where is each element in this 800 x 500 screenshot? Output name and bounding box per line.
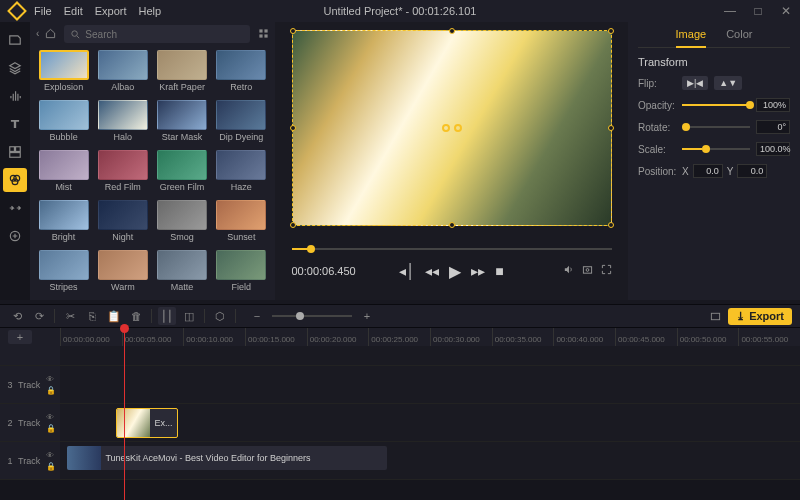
delete-button[interactable]: 🗑 [127, 307, 145, 325]
sidebar-elements[interactable] [3, 224, 27, 248]
effect-item[interactable]: Explosion [36, 50, 91, 96]
sidebar-templates[interactable] [3, 140, 27, 164]
prev-frame-icon[interactable]: ◂◂ [425, 263, 439, 279]
timeline-clip[interactable]: TunesKit AceMovi - Best Video Editor for… [67, 446, 387, 470]
effect-item[interactable]: Dip Dyeing [214, 100, 269, 146]
sidebar-audio[interactable] [3, 84, 27, 108]
effect-item[interactable]: Kraft Paper [155, 50, 210, 96]
handle-bot-center[interactable] [449, 222, 455, 228]
menu-help[interactable]: Help [139, 5, 162, 17]
effect-label: Halo [98, 132, 148, 142]
preview-scrubber[interactable] [292, 244, 612, 254]
effect-item[interactable]: Warm [95, 250, 150, 296]
effect-thumbnail [39, 250, 89, 280]
visibility-icon[interactable]: 👁 [46, 451, 56, 460]
home-icon[interactable] [45, 28, 56, 41]
handle-mid-right[interactable] [608, 125, 614, 131]
track-body[interactable]: Ex... [60, 404, 800, 441]
scale-slider[interactable] [682, 148, 750, 150]
effect-item[interactable]: Matte [155, 250, 210, 296]
effect-item[interactable]: Sunset [214, 200, 269, 246]
cut-button[interactable]: ✂ [61, 307, 79, 325]
scale-value[interactable]: 100.0% [756, 142, 790, 156]
menu-edit[interactable]: Edit [64, 5, 83, 17]
effect-item[interactable]: Halo [95, 100, 150, 146]
position-x-value[interactable]: 0.0 [693, 164, 723, 178]
redo-button[interactable]: ⟳ [30, 307, 48, 325]
stop-icon[interactable]: ■ [495, 263, 503, 279]
copy-button[interactable]: ⎘ [83, 307, 101, 325]
close-button[interactable]: ✕ [776, 4, 796, 18]
lock-icon[interactable]: 🔒 [46, 424, 56, 433]
center-handle[interactable] [442, 124, 462, 132]
preview-canvas[interactable] [292, 30, 612, 226]
timeline-ruler[interactable]: + 00:00:00.00000:00:05.00000:00:10.00000… [0, 328, 800, 346]
sidebar-text[interactable] [3, 112, 27, 136]
sidebar-media[interactable] [3, 28, 27, 52]
play-icon[interactable]: ▶ [449, 262, 461, 281]
position-y-value[interactable]: 0.0 [737, 164, 767, 178]
effect-item[interactable]: Mist [36, 150, 91, 196]
playhead[interactable] [124, 328, 125, 500]
handle-mid-left[interactable] [290, 125, 296, 131]
track-body[interactable]: TunesKit AceMovi - Best Video Editor for… [60, 442, 800, 479]
visibility-icon[interactable]: 👁 [46, 413, 56, 422]
effect-item[interactable]: Star Mask [155, 100, 210, 146]
minimize-button[interactable]: — [720, 4, 740, 18]
add-track-button[interactable]: + [8, 330, 32, 344]
effect-item[interactable]: Stripes [36, 250, 91, 296]
lock-icon[interactable]: 🔒 [46, 386, 56, 395]
zoom-in-button[interactable]: + [358, 307, 376, 325]
jump-start-icon[interactable]: ◂│ [399, 263, 415, 279]
effect-item[interactable]: Haze [214, 150, 269, 196]
split-button[interactable]: ⎮⎮ [158, 307, 176, 325]
effect-item[interactable]: Smog [155, 200, 210, 246]
effect-item[interactable]: Night [95, 200, 150, 246]
lock-icon[interactable]: 🔒 [46, 462, 56, 471]
effect-item[interactable]: Field [214, 250, 269, 296]
maximize-button[interactable]: □ [748, 4, 768, 18]
zoom-out-button[interactable]: − [248, 307, 266, 325]
sidebar-layers[interactable] [3, 56, 27, 80]
rotate-slider[interactable] [682, 126, 750, 128]
undo-button[interactable]: ⟲ [8, 307, 26, 325]
next-frame-icon[interactable]: ▸▸ [471, 263, 485, 279]
effect-item[interactable]: Bright [36, 200, 91, 246]
effect-item[interactable]: Red Film [95, 150, 150, 196]
export-button[interactable]: ⤓Export [728, 308, 792, 325]
handle-bot-right[interactable] [608, 222, 614, 228]
crop-button[interactable]: ◫ [180, 307, 198, 325]
effect-item[interactable]: Green Film [155, 150, 210, 196]
render-button[interactable] [706, 307, 724, 325]
effect-item[interactable]: Albao [95, 50, 150, 96]
tab-image[interactable]: Image [676, 28, 707, 48]
back-icon[interactable]: ‹ [36, 28, 39, 41]
handle-bot-left[interactable] [290, 222, 296, 228]
rotate-value[interactable]: 0° [756, 120, 790, 134]
menu-export[interactable]: Export [95, 5, 127, 17]
handle-top-left[interactable] [290, 28, 296, 34]
flip-horizontal-button[interactable]: ▶|◀ [682, 76, 708, 90]
menu-file[interactable]: File [34, 5, 52, 17]
zoom-slider[interactable] [272, 315, 352, 317]
search-field[interactable] [64, 25, 250, 43]
marker-button[interactable]: ⬡ [211, 307, 229, 325]
search-input[interactable] [85, 29, 244, 40]
opacity-slider[interactable] [682, 104, 750, 106]
volume-icon[interactable] [563, 264, 574, 278]
handle-top-center[interactable] [449, 28, 455, 34]
visibility-icon[interactable]: 👁 [46, 375, 56, 384]
opacity-value[interactable]: 100% [756, 98, 790, 112]
effect-item[interactable]: Retro [214, 50, 269, 96]
fullscreen-icon[interactable] [601, 264, 612, 278]
paste-button[interactable]: 📋 [105, 307, 123, 325]
handle-top-right[interactable] [608, 28, 614, 34]
flip-vertical-button[interactable]: ▲▼ [714, 76, 742, 90]
sidebar-filters[interactable] [3, 168, 27, 192]
grid-view-icon[interactable] [258, 28, 269, 41]
track-body[interactable] [60, 366, 800, 403]
tab-color[interactable]: Color [726, 28, 752, 43]
sidebar-transitions[interactable] [3, 196, 27, 220]
snapshot-icon[interactable] [582, 264, 593, 278]
effect-item[interactable]: Bubble [36, 100, 91, 146]
